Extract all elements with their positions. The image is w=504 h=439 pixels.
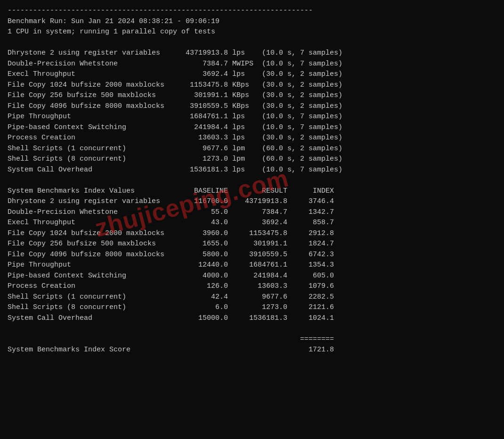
terminal-content: zhujiceping.com ------------------------… [8, 6, 496, 356]
terminal-output: ----------------------------------------… [8, 6, 496, 356]
